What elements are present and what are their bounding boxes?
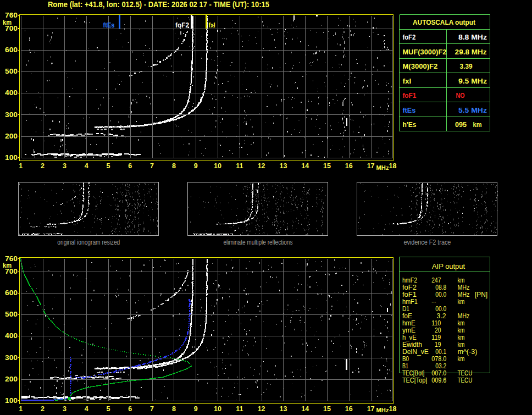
svg-text:11: 11 [236,405,243,413]
svg-text:08.8: 08.8 [435,284,446,291]
svg-text:---: --- [431,298,436,306]
svg-text:h_vE: h_vE [402,334,417,341]
svg-text:TEC[Bot]: TEC[Bot] [402,369,424,377]
svg-text:14: 14 [301,405,309,413]
svg-text:200: 200 [5,132,18,140]
svg-text:D1: D1 [402,305,409,313]
svg-text:247: 247 [431,276,441,284]
svg-text:ymE: ymE [402,327,415,334]
svg-text:5: 5 [107,162,110,170]
svg-text:fxl: fxl [402,77,411,85]
svg-text:600: 600 [5,289,18,297]
svg-text:TECU: TECU [457,369,472,377]
svg-text:km: km [457,355,464,363]
svg-text:3.39: 3.39 [460,62,473,70]
svg-text:500: 500 [5,67,18,75]
svg-text:km: km [473,120,482,129]
svg-text:MUF(3000)F2: MUF(3000)F2 [402,48,446,56]
svg-text:600: 600 [5,46,18,54]
svg-text:03.2: 03.2 [435,362,446,370]
svg-text:2: 2 [41,405,45,413]
svg-text:7: 7 [150,162,154,170]
svg-text:5.5 MHz: 5.5 MHz [458,106,487,114]
svg-text:100: 100 [5,396,18,405]
svg-text:18: 18 [389,405,396,413]
svg-text:12: 12 [258,405,265,413]
svg-text:km: km [457,327,464,334]
svg-text:hmE: hmE [402,319,415,327]
svg-text:1: 1 [19,405,23,413]
svg-text:6: 6 [128,405,132,413]
svg-text:17: 17 [367,162,375,170]
svg-text:13: 13 [279,162,287,170]
svg-text:foE: foE [402,312,412,320]
svg-text:16: 16 [345,405,353,413]
svg-text:km: km [457,319,464,327]
svg-text:foF1: foF1 [402,291,417,298]
svg-text:MHz: MHz [457,312,469,320]
svg-text:h'Es: h'Es [402,120,416,129]
svg-text:29.8 MHz: 29.8 MHz [455,48,487,56]
svg-text:20: 20 [435,327,441,334]
svg-text:AIP output: AIP output [432,263,465,270]
svg-text:foF2: foF2 [402,33,415,41]
svg-text:1: 1 [19,162,23,170]
svg-text:009.6: 009.6 [431,377,446,384]
svg-text:hmF2: hmF2 [402,276,418,284]
svg-text:110: 110 [431,319,441,327]
svg-text:11: 11 [236,162,243,170]
svg-text:19: 19 [435,341,441,348]
svg-text:095: 095 [455,120,467,129]
svg-text:evidence F2 trace: evidence F2 trace [403,239,451,246]
svg-text:400: 400 [5,331,18,340]
svg-text:fxl: fxl [209,21,215,29]
svg-text:foF1: foF1 [402,91,416,99]
svg-text:MHz: MHz [376,407,389,413]
svg-text:400: 400 [5,88,18,97]
svg-text:200: 200 [5,375,18,383]
svg-text:3: 3 [63,162,66,170]
svg-text:Rome (lat: +41.8, lon: 012.5): Rome (lat: +41.8, lon: 012.5) - DATE: 20… [48,0,269,9]
svg-text:12: 12 [258,162,265,170]
svg-text:00.0: 00.0 [435,291,446,298]
svg-text:TECU: TECU [457,377,472,384]
svg-text:4: 4 [85,162,88,170]
svg-text:18: 18 [389,162,396,170]
svg-text:NO: NO [456,91,465,99]
svg-text:300: 300 [5,110,18,119]
svg-text:119: 119 [431,334,441,341]
svg-text:13: 13 [279,405,287,413]
svg-text:007.0: 007.0 [431,369,446,377]
svg-text:3: 3 [63,405,66,413]
svg-text:original ionogram resized: original ionogram resized [57,239,120,246]
svg-text:foF2: foF2 [402,284,417,291]
svg-text:5: 5 [107,405,110,413]
svg-text:ftEs: ftEs [103,21,115,29]
svg-text:km: km [3,18,12,26]
svg-text:8.8 MHz: 8.8 MHz [458,33,487,41]
svg-text:8: 8 [172,162,176,170]
svg-text:15: 15 [323,162,331,170]
svg-text:hmF1: hmF1 [402,298,418,306]
svg-text:km: km [457,276,464,284]
svg-text:km: km [457,341,464,348]
svg-text:2: 2 [41,162,45,170]
svg-text:TEC[Top]: TEC[Top] [402,377,428,384]
svg-text:B1: B1 [402,362,408,370]
svg-text:6: 6 [128,162,132,170]
svg-text:ftEs: ftEs [402,106,415,114]
svg-text:MHz: MHz [457,284,469,291]
svg-text:M(3000)F2: M(3000)F2 [402,62,437,70]
svg-text:B0: B0 [402,355,409,363]
svg-text:eliminate multiple reflections: eliminate multiple reflections [223,239,292,246]
svg-text:300: 300 [5,353,18,362]
svg-text:00.1: 00.1 [435,348,446,356]
svg-text:16: 16 [345,162,353,170]
svg-text:7: 7 [150,405,154,413]
svg-text:km: km [457,334,464,341]
svg-text:MHz: MHz [457,291,469,298]
svg-text:9: 9 [194,405,198,413]
svg-text:km: km [3,261,12,269]
svg-text:10: 10 [214,162,221,170]
svg-text:4: 4 [85,405,88,413]
